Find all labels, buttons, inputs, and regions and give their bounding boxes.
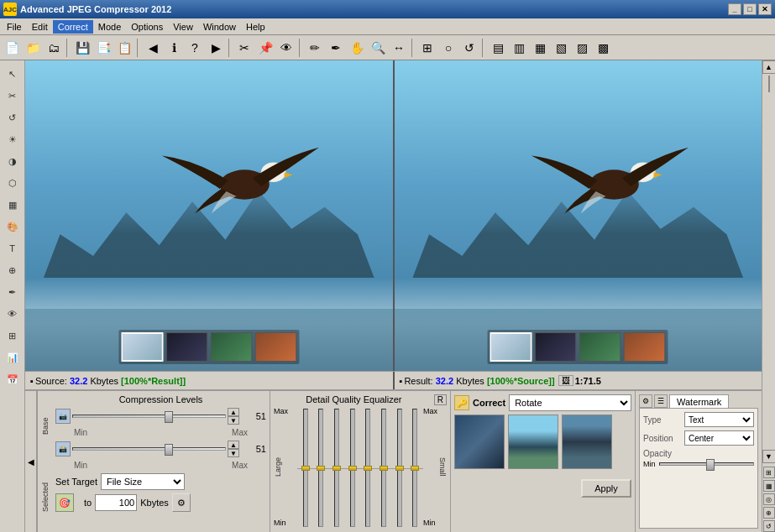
slider-down-1[interactable]: ▼: [228, 416, 239, 425]
toolbar-hand-btn[interactable]: ✋: [347, 38, 367, 58]
toolbar-new-btn[interactable]: 📄: [2, 38, 22, 58]
toolbar-eye-btn[interactable]: 👁: [276, 38, 296, 58]
sidebar-rotate-btn[interactable]: ↺: [3, 107, 23, 128]
toolbar-pencil-btn[interactable]: ✒: [326, 38, 346, 58]
eq-vslider-1[interactable]: [303, 409, 308, 527]
result-thumb-3[interactable]: [579, 332, 621, 362]
preview-image-3[interactable]: [562, 415, 612, 469]
toolbar-next-btn[interactable]: ▶: [206, 38, 226, 58]
toolbar-edit2-btn[interactable]: ✏: [305, 38, 325, 58]
preview-image-2[interactable]: [508, 415, 558, 469]
sidebar-sharpen-btn[interactable]: ⬡: [3, 173, 23, 193]
menu-edit[interactable]: Edit: [27, 20, 53, 34]
toolbar-savecopy-btn[interactable]: 📋: [114, 38, 134, 58]
sidebar-text-btn[interactable]: T: [3, 238, 23, 258]
right-icon-4[interactable]: ⊕: [763, 507, 775, 519]
eq-vslider-6[interactable]: [381, 409, 386, 527]
eq-vslider-5[interactable]: [365, 409, 370, 527]
sidebar-info-btn[interactable]: 📊: [3, 347, 23, 368]
scroll-thumb[interactable]: [768, 76, 770, 92]
slider-up-1[interactable]: ▲: [228, 408, 239, 416]
scroll-up-btn[interactable]: ▲: [762, 60, 776, 74]
eq-vthumb-4[interactable]: [348, 466, 357, 471]
eq-vslider-2[interactable]: [318, 409, 323, 527]
sidebar-contrast-btn[interactable]: ◑: [3, 151, 23, 171]
sidebar-pen-btn[interactable]: ✒: [3, 282, 23, 302]
toolbar-help-btn[interactable]: ?: [185, 38, 205, 58]
menu-options[interactable]: Options: [126, 20, 168, 34]
right-icon-1[interactable]: ⊞: [763, 467, 775, 478]
right-icon-5[interactable]: ↺: [763, 520, 775, 532]
toolbar-panel2-btn[interactable]: ▥: [509, 38, 529, 58]
sidebar-select-btn[interactable]: ↖: [3, 64, 23, 84]
sidebar-color-btn[interactable]: 🎨: [3, 216, 23, 237]
options-icon-btn[interactable]: ⚙: [639, 394, 652, 408]
toolbar-panel5-btn[interactable]: ▨: [572, 38, 592, 58]
type-dropdown[interactable]: Text: [684, 412, 754, 427]
collapse-btn[interactable]: ◀: [25, 391, 37, 532]
toolbar-saveas-btn[interactable]: 📑: [93, 38, 113, 58]
toolbar-zoom-btn[interactable]: 🔍: [368, 38, 388, 58]
position-dropdown[interactable]: Center: [684, 430, 754, 446]
eq-vthumb-5[interactable]: [364, 466, 372, 471]
result-thumb-4[interactable]: [624, 332, 666, 362]
toolbar-rotate-btn[interactable]: ↺: [459, 38, 479, 58]
eq-vthumb-3[interactable]: [333, 466, 341, 471]
rotate-dropdown[interactable]: Rotate: [509, 394, 631, 411]
toolbar-save-btn[interactable]: 💾: [72, 38, 92, 58]
sidebar-stamp-btn[interactable]: ⊕: [3, 260, 23, 280]
eq-vslider-8[interactable]: [412, 409, 417, 527]
result-thumb-1[interactable]: [490, 332, 532, 362]
toolbar-panel4-btn[interactable]: ▧: [551, 38, 571, 58]
slider-thumb-1[interactable]: [165, 411, 173, 423]
eq-vthumb-2[interactable]: [317, 466, 325, 471]
sidebar-crop-btn[interactable]: ✂: [3, 86, 23, 106]
menu-window[interactable]: Window: [198, 20, 241, 34]
eq-vthumb-7[interactable]: [395, 466, 404, 471]
right-icon-2[interactable]: ▦: [763, 480, 775, 492]
result-image-panel[interactable]: [393, 60, 762, 371]
toolbar-panel6-btn[interactable]: ▩: [593, 38, 613, 58]
menu-file[interactable]: File: [2, 20, 27, 34]
toolbar-circle-btn[interactable]: ○: [438, 38, 458, 58]
sidebar-grid-btn[interactable]: ⊞: [3, 326, 23, 346]
source-thumb-3[interactable]: [210, 332, 252, 362]
toolbar-cut-btn[interactable]: ✂: [234, 38, 254, 58]
toolbar-fit-btn[interactable]: ⊞: [417, 38, 437, 58]
sidebar-eye-btn[interactable]: 👁: [3, 304, 23, 324]
opacity-slider-thumb[interactable]: [706, 459, 715, 471]
right-icon-3[interactable]: ◎: [763, 493, 775, 505]
eq-reset-btn[interactable]: R: [434, 394, 447, 405]
eq-vslider-3[interactable]: [334, 409, 339, 527]
eq-vslider-4[interactable]: [350, 409, 355, 527]
toolbar-panel3-btn[interactable]: ▦: [530, 38, 550, 58]
toolbar-open-btn[interactable]: 📁: [23, 38, 43, 58]
eq-vthumb-6[interactable]: [380, 466, 388, 471]
slider-thumb-2[interactable]: [165, 444, 173, 456]
source-image-panel[interactable]: [25, 60, 393, 371]
target-icon-btn[interactable]: 🎯: [55, 493, 74, 512]
menu-view[interactable]: View: [168, 20, 198, 34]
menu-help[interactable]: Help: [241, 20, 270, 34]
toolbar-move-btn[interactable]: ↔: [389, 38, 409, 58]
sidebar-brightness-btn[interactable]: ☀: [3, 129, 23, 149]
eq-vthumb-8[interactable]: [411, 466, 419, 471]
toolbar-paste-btn[interactable]: 📌: [255, 38, 275, 58]
result-thumb-2[interactable]: [535, 332, 577, 362]
source-thumb-1[interactable]: [121, 332, 163, 362]
toolbar-folder-btn[interactable]: 🗂: [44, 38, 64, 58]
apply-button[interactable]: Apply: [581, 479, 631, 498]
compress-btn[interactable]: ⚙: [172, 493, 191, 512]
close-button[interactable]: ✕: [758, 3, 772, 15]
maximize-button[interactable]: □: [743, 3, 757, 15]
menu-correct[interactable]: Correct: [53, 20, 93, 34]
slider-up-2[interactable]: ▲: [228, 441, 239, 449]
eq-vthumb-1[interactable]: [301, 466, 310, 471]
slider-down-2[interactable]: ▼: [228, 449, 239, 457]
toolbar-info-btn[interactable]: ℹ: [164, 38, 184, 58]
toolbar-prev-btn[interactable]: ◀: [143, 38, 163, 58]
watermark-tab[interactable]: Watermark: [669, 394, 729, 409]
sidebar-filter-btn[interactable]: ▦: [3, 195, 23, 215]
toolbar-panel1-btn[interactable]: ▤: [488, 38, 508, 58]
minimize-button[interactable]: _: [728, 3, 741, 15]
